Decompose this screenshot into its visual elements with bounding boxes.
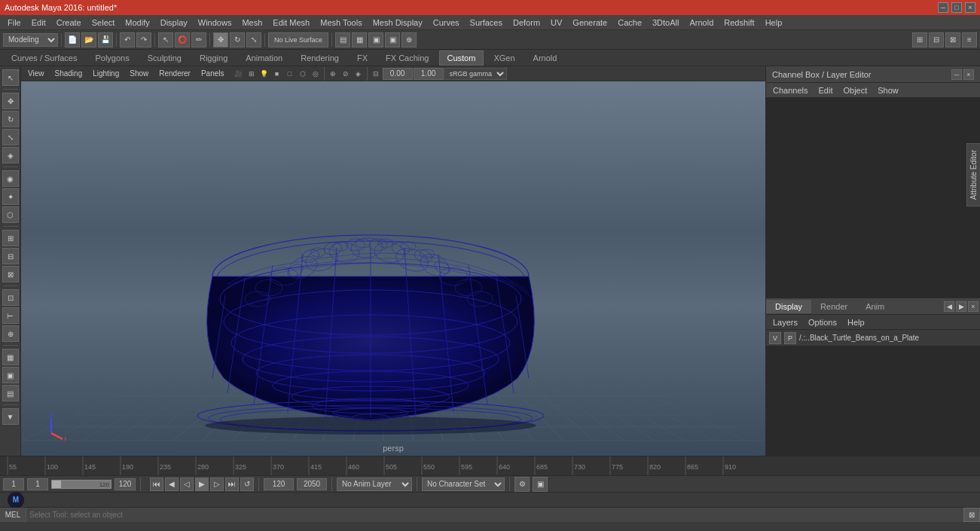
step-back-btn[interactable]: ◀ (165, 478, 179, 491)
vp-btn-shade1[interactable]: ■ (271, 68, 283, 80)
menu-3dtoall[interactable]: 3DtoAll (648, 17, 683, 29)
menu-select[interactable]: Select (87, 17, 120, 29)
open-scene-btn[interactable]: 📂 (81, 32, 96, 47)
rotate-mode-btn[interactable]: ↻ (2, 111, 19, 127)
move-mode-btn[interactable]: ✥ (2, 93, 19, 109)
paint-tool-btn[interactable]: ✏ (191, 32, 206, 47)
menu-surfaces[interactable]: Surfaces (466, 17, 507, 29)
vp-btn-light[interactable]: 💡 (258, 68, 270, 80)
menu-modify[interactable]: Modify (121, 17, 154, 29)
goto-start-btn[interactable]: ⏮ (150, 478, 163, 491)
menu-windows[interactable]: Windows (194, 17, 237, 29)
menu-curves[interactable]: Curves (429, 17, 464, 29)
extra-btn2[interactable]: ▣ (2, 367, 19, 383)
vp-btn-iso[interactable]: ◎ (310, 68, 322, 80)
tab-fx-caching[interactable]: FX Caching (377, 50, 437, 66)
rpb-menu-help[interactable]: Help (845, 317, 867, 328)
snap-point-btn[interactable]: ⊕ (2, 325, 19, 342)
live-surface-btn[interactable]: No Live Surface (268, 32, 328, 47)
playback-range-bar[interactable]: 120 (51, 480, 111, 489)
layer-v-btn[interactable]: V (769, 332, 781, 344)
scale-mode-btn[interactable]: ⤡ (2, 129, 19, 145)
close-button[interactable]: × (965, 2, 975, 13)
vp-btn-grid[interactable]: ⊞ (246, 68, 258, 80)
snap-grid-btn[interactable]: ⊡ (2, 289, 19, 306)
timeline-area[interactable]: 55 100 145 190 235 280 325 370 415 460 (0, 456, 980, 475)
layer-p-btn[interactable]: P (784, 332, 796, 344)
playback-end-input[interactable] (297, 478, 327, 490)
sculpt-btn[interactable]: ✦ (2, 188, 19, 205)
render-layer-btn[interactable]: ⊟ (2, 248, 19, 264)
vp-btn-filter[interactable]: ⊘ (340, 68, 352, 80)
goto-end-btn[interactable]: ⏭ (225, 478, 239, 491)
mel-label[interactable]: MEL (0, 508, 26, 522)
menu-file[interactable]: File (3, 17, 26, 29)
gamma-select[interactable]: sRGB gamma (444, 68, 507, 80)
scale-tool-btn[interactable]: ⤡ (246, 32, 261, 47)
rp-menu-edit[interactable]: Edit (816, 85, 835, 96)
menu-edit-mesh[interactable]: Edit Mesh (268, 17, 314, 29)
play-forward-btn[interactable]: ▶ (195, 478, 209, 491)
menu-arnold[interactable]: Arnold (685, 17, 718, 29)
rpb-prev-btn[interactable]: ◀ (944, 301, 954, 312)
vp-input-far[interactable] (414, 68, 444, 80)
tab-custom[interactable]: Custom (439, 50, 484, 66)
attribute-editor-tab[interactable]: Attribute Editor (966, 143, 980, 206)
menu-redshift[interactable]: Redshift (719, 17, 759, 29)
tab-xgen[interactable]: XGen (485, 50, 523, 66)
universal-mode-btn[interactable]: ◈ (2, 147, 19, 163)
vp-btn-shade2[interactable]: □ (284, 68, 296, 80)
vp-menu-renderer[interactable]: Renderer (157, 69, 193, 78)
loop-btn[interactable]: ↺ (240, 478, 254, 491)
maximize-button[interactable]: □ (951, 2, 962, 13)
extra-btn1[interactable]: ▦ (2, 349, 19, 365)
layout-btn1[interactable]: ⊞ (912, 32, 927, 47)
layout-btn3[interactable]: ⊠ (945, 32, 960, 47)
current-frame-input[interactable] (27, 478, 48, 490)
panel-minimize-btn[interactable]: ─ (951, 69, 962, 80)
char-set-select[interactable]: No Character Set (422, 478, 505, 491)
menu-cache[interactable]: Cache (613, 17, 646, 29)
step-forward-btn[interactable]: ▷ (210, 478, 224, 491)
vp-btn-hud[interactable]: ⊟ (370, 68, 382, 80)
tab-animation[interactable]: Animation (237, 50, 291, 66)
render-btn1[interactable]: ▤ (335, 32, 350, 47)
panel-close-btn[interactable]: × (963, 69, 974, 80)
layout-btn2[interactable]: ⊟ (929, 32, 944, 47)
rpb-next-btn[interactable]: ▶ (956, 301, 966, 312)
play-back-btn[interactable]: ◁ (180, 478, 194, 491)
move-tool-btn[interactable]: ✥ (213, 32, 228, 47)
undo-btn[interactable]: ↶ (120, 32, 135, 47)
mode-dropdown[interactable]: Modeling Rigging Animation FX Rendering … (3, 33, 58, 47)
bc-extra-btn1[interactable]: ⚙ (514, 477, 530, 492)
tab-arnold[interactable]: Arnold (525, 50, 566, 66)
menu-edit[interactable]: Edit (27, 17, 50, 29)
menu-create[interactable]: Create (52, 17, 86, 29)
tab-rigging[interactable]: Rigging (191, 50, 236, 66)
menu-deform[interactable]: Deform (508, 17, 545, 29)
timeline-ruler[interactable]: 55 100 145 190 235 280 325 370 415 460 (0, 456, 980, 475)
save-scene-btn[interactable]: 💾 (98, 32, 113, 47)
menu-generate[interactable]: Generate (568, 17, 612, 29)
menu-uv[interactable]: UV (546, 17, 566, 29)
new-scene-btn[interactable]: 📄 (65, 32, 80, 47)
extra-btn3[interactable]: ▤ (2, 385, 19, 401)
tab-polygons[interactable]: Polygons (87, 50, 137, 66)
render-btn5[interactable]: ⊕ (401, 32, 417, 47)
rpb-menu-layers[interactable]: Layers (771, 317, 800, 328)
render-btn2[interactable]: ▦ (352, 32, 367, 47)
vp-btn-wire[interactable]: ⬡ (297, 68, 309, 80)
paint-skin-btn[interactable]: ⬡ (2, 206, 19, 223)
tab-fx[interactable]: FX (349, 50, 376, 66)
bc-extra-btn2[interactable]: ▣ (533, 477, 548, 492)
menu-display[interactable]: Display (156, 17, 192, 29)
rpb-close-btn[interactable]: × (968, 301, 978, 312)
vp-menu-lighting[interactable]: Lighting (90, 69, 121, 78)
render-btn4[interactable]: ▣ (385, 32, 400, 47)
vp-menu-shading[interactable]: Shading (53, 69, 85, 78)
menu-help[interactable]: Help (761, 17, 787, 29)
lasso-tool-btn[interactable]: ⭕ (175, 32, 190, 47)
menu-mesh[interactable]: Mesh (237, 17, 267, 29)
anim-layer-select[interactable]: No Anim Layer (337, 478, 412, 491)
tab-curves-surfaces[interactable]: Curves / Surfaces (3, 50, 85, 66)
